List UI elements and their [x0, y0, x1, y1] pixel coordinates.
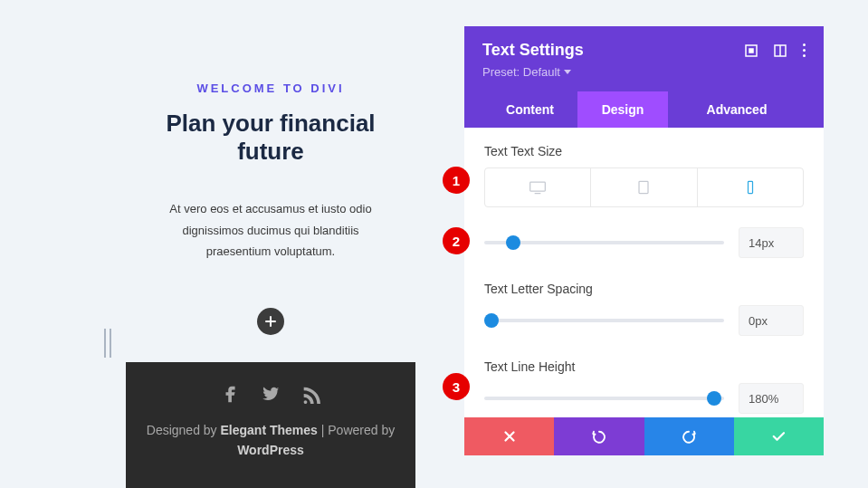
annotation-marker-1: 1 [443, 167, 470, 194]
settings-panel: Text Settings Preset: Default Content De… [464, 26, 824, 455]
add-module-button[interactable] [257, 308, 284, 335]
line-height-value[interactable]: 180% [739, 383, 804, 414]
letter-spacing-value[interactable]: 0px [739, 305, 804, 336]
undo-button[interactable] [554, 417, 644, 455]
annotation-marker-3: 3 [443, 373, 470, 400]
tab-design[interactable]: Design [577, 91, 668, 128]
footer-credit: Designed by Elegant Themes | Powered by … [144, 420, 397, 461]
svg-rect-1 [749, 49, 753, 53]
device-tablet[interactable] [591, 168, 697, 206]
more-icon[interactable] [803, 43, 806, 57]
eyebrow-text: WELCOME TO DIVI [151, 81, 390, 95]
redo-button[interactable] [644, 417, 734, 455]
caret-down-icon [564, 70, 571, 74]
hero-body: At vero eos et accusamus et iusto odio d… [151, 198, 390, 262]
hero-section: WELCOME TO DIVI Plan your financial futu… [126, 0, 415, 362]
device-phone[interactable] [698, 168, 803, 206]
slider-thumb[interactable] [484, 313, 499, 328]
line-height-label: Text Line Height [484, 359, 804, 374]
preview-viewport: WELCOME TO DIVI Plan your financial futu… [126, 0, 415, 488]
tab-content[interactable]: Content [482, 91, 577, 128]
twitter-icon[interactable] [261, 384, 281, 407]
columns-icon[interactable] [774, 44, 787, 57]
slider-thumb[interactable] [707, 391, 721, 406]
panel-body: Text Text Size 14px Text Letter Spacing … [464, 128, 824, 417]
letter-spacing-slider[interactable] [484, 319, 724, 322]
tab-advanced[interactable]: Advanced [668, 91, 806, 128]
text-size-value[interactable]: 14px [739, 227, 804, 258]
svg-rect-7 [748, 181, 752, 193]
panel-title: Text Settings [482, 41, 584, 60]
facebook-icon[interactable] [221, 384, 241, 407]
text-size-slider[interactable] [484, 241, 724, 244]
svg-rect-6 [639, 181, 648, 193]
panel-tabs: Content Design Advanced [482, 91, 806, 128]
letter-spacing-label: Text Letter Spacing [484, 282, 804, 296]
footer-section: Designed by Elegant Themes | Powered by … [126, 362, 415, 488]
svg-rect-4 [530, 182, 546, 191]
text-size-label: Text Text Size [484, 144, 804, 158]
responsive-device-tabs [484, 167, 804, 207]
save-button[interactable] [734, 417, 824, 455]
device-desktop[interactable] [485, 168, 591, 206]
resize-handle[interactable] [104, 329, 111, 358]
cancel-button[interactable] [464, 417, 554, 455]
expand-icon[interactable] [745, 44, 758, 57]
preset-selector[interactable]: Preset: Default [482, 65, 806, 79]
slider-thumb[interactable] [506, 235, 520, 250]
rss-icon[interactable] [300, 384, 320, 407]
panel-footer [464, 417, 824, 455]
hero-title: Plan your financial future [151, 110, 390, 166]
annotation-marker-2: 2 [443, 227, 470, 254]
panel-header: Text Settings Preset: Default Content De… [464, 26, 824, 128]
line-height-slider[interactable] [484, 397, 724, 400]
